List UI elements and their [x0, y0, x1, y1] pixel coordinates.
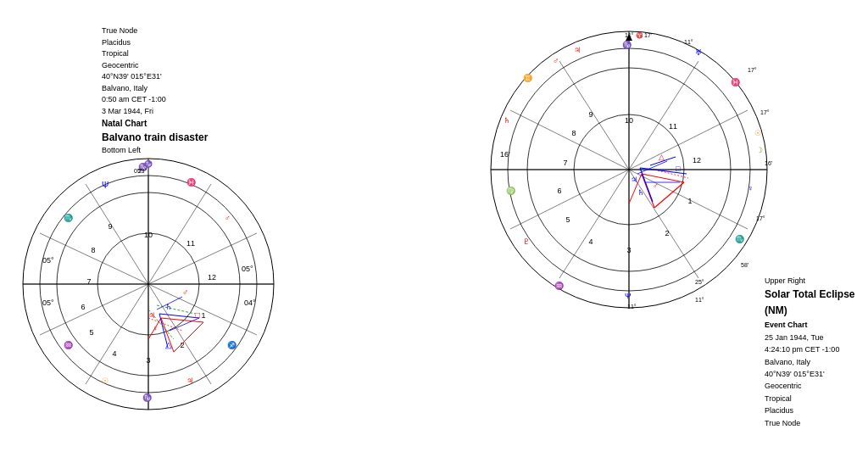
- svg-text:♐: ♐: [227, 340, 237, 350]
- svg-text:♏: ♏: [64, 213, 74, 223]
- svg-text:♒: ♒: [64, 340, 74, 350]
- svg-text:♍: ♍: [506, 186, 516, 196]
- left-natal-label: Natal Chart: [102, 117, 208, 130]
- svg-text:11: 11: [186, 239, 195, 248]
- svg-line-80: [510, 110, 629, 170]
- svg-text:☉: ☉: [754, 129, 761, 137]
- svg-text:5: 5: [565, 215, 570, 224]
- svg-text:6: 6: [557, 187, 561, 195]
- svg-text:♑: ♑: [142, 393, 153, 403]
- svg-text:♄: ♄: [637, 188, 644, 197]
- svg-text:10: 10: [144, 231, 153, 239]
- svg-text:♒: ♒: [554, 281, 565, 291]
- svg-text:♂: ♂: [182, 287, 189, 297]
- right-chart-position: Upper Right: [765, 275, 868, 287]
- svg-text:7: 7: [563, 159, 567, 167]
- svg-line-16: [40, 233, 148, 284]
- svg-text:9: 9: [588, 110, 593, 119]
- left-info-line2: Placidus: [102, 37, 208, 49]
- svg-text:17°: 17°: [748, 67, 757, 73]
- right-info-line6: Tropical: [765, 393, 868, 404]
- svg-text:4: 4: [112, 349, 116, 358]
- right-eclipse-chart-svg: 10 11 12 1 2 3 4 5 6 7 8 9: [485, 25, 773, 314]
- svg-text:11°: 11°: [695, 297, 704, 303]
- svg-text:♀: ♀: [153, 324, 159, 332]
- right-panel: 10 11 12 1 2 3 4 5 6 7 8 9: [434, 0, 868, 463]
- svg-text:1: 1: [687, 197, 692, 205]
- left-info-line4: Geocentric: [102, 60, 208, 72]
- svg-text:8: 8: [571, 129, 576, 137]
- svg-text:04°: 04°: [244, 298, 256, 307]
- svg-text:♃: ♃: [574, 46, 581, 54]
- svg-text:4: 4: [588, 237, 593, 246]
- right-info-line3: Balvano, Italy: [765, 356, 868, 368]
- left-info-line6: Balvano, Italy: [102, 83, 208, 95]
- svg-text:□: □: [195, 310, 200, 320]
- right-chart-title: Solar Total Eclipse (NM): [765, 287, 868, 319]
- svg-text:25°: 25°: [695, 279, 704, 285]
- svg-text:6: 6: [81, 303, 85, 311]
- svg-text:58': 58': [741, 262, 748, 268]
- svg-text:7: 7: [86, 277, 91, 286]
- svg-line-35: [159, 314, 199, 318]
- right-info-line1: 25 Jan 1944, Tue: [765, 332, 868, 343]
- svg-text:☽: ☽: [756, 146, 763, 154]
- svg-text:11: 11: [669, 122, 677, 131]
- svg-text:♄: ♄: [504, 116, 510, 125]
- svg-text:♊: ♊: [523, 73, 533, 83]
- svg-text:□: □: [676, 165, 681, 173]
- svg-line-8: [148, 233, 257, 284]
- svg-text:10: 10: [625, 116, 633, 125]
- svg-text:♅: ♅: [695, 48, 702, 57]
- left-info-line7: 0:50 am CET -1:00: [102, 94, 208, 106]
- svg-text:17': 17': [644, 32, 652, 38]
- svg-text:♓: ♓: [731, 77, 741, 87]
- right-chart-label: Event Chart: [765, 319, 868, 331]
- svg-text:Ψ: Ψ: [625, 292, 632, 300]
- svg-text:△: △: [165, 340, 172, 349]
- right-info-line2: 4:24:10 pm CET -1:00: [765, 343, 868, 355]
- svg-text:♃: ♃: [186, 377, 193, 385]
- left-info-line1: True Node: [102, 25, 208, 37]
- svg-text:♂: ♂: [553, 56, 559, 65]
- svg-text:12: 12: [208, 273, 216, 282]
- svg-text:♂: ♂: [225, 214, 231, 222]
- svg-line-72: [629, 110, 748, 170]
- svg-line-14: [40, 284, 148, 335]
- svg-text:1: 1: [201, 311, 205, 320]
- svg-text:3: 3: [626, 246, 631, 254]
- svg-text:♏: ♏: [735, 234, 745, 244]
- left-info-line5: 40°N39' 015°E31': [102, 71, 208, 83]
- svg-text:♄: ♄: [165, 303, 172, 311]
- left-chart-title: Balvano train disaster: [102, 130, 208, 145]
- svg-text:17°: 17°: [760, 109, 770, 115]
- right-info-line4: 40°N39' 015°E31': [765, 368, 868, 380]
- svg-line-40: [157, 305, 195, 314]
- svg-text:12: 12: [693, 156, 701, 165]
- main-container: True Node Placidus Tropical Geocentric 4…: [0, 0, 868, 463]
- svg-text:♑: ♑: [622, 40, 632, 50]
- left-panel: True Node Placidus Tropical Geocentric 4…: [0, 0, 434, 463]
- svg-text:16': 16': [500, 150, 510, 159]
- left-chart-info: True Node Placidus Tropical Geocentric 4…: [102, 25, 208, 157]
- left-info-line8: 3 Mar 1944, Fri: [102, 106, 208, 118]
- svg-text:8: 8: [91, 246, 95, 254]
- svg-text:♀: ♀: [748, 184, 754, 192]
- svg-text:Ψ: Ψ: [102, 181, 108, 190]
- svg-text:17°: 17°: [756, 215, 765, 221]
- left-natal-chart-svg: 10 11 12 1 2 3 4 5 6 7 8 9: [17, 153, 280, 416]
- svg-text:5: 5: [89, 328, 93, 337]
- svg-text:16': 16': [765, 160, 772, 166]
- svg-text:9: 9: [108, 222, 112, 231]
- svg-text:3: 3: [146, 356, 150, 365]
- svg-text:♇: ♇: [523, 237, 530, 246]
- svg-text:05°: 05°: [42, 298, 54, 307]
- svg-text:△: △: [659, 153, 665, 161]
- right-info-line8: True Node: [765, 417, 868, 429]
- svg-text:05°: 05°: [42, 256, 54, 265]
- svg-text:11°: 11°: [627, 304, 637, 310]
- svg-text:11°: 11°: [684, 39, 693, 45]
- svg-text:♈: ♈: [636, 31, 643, 39]
- svg-text:05': 05': [134, 168, 142, 174]
- svg-text:05°: 05°: [242, 265, 253, 273]
